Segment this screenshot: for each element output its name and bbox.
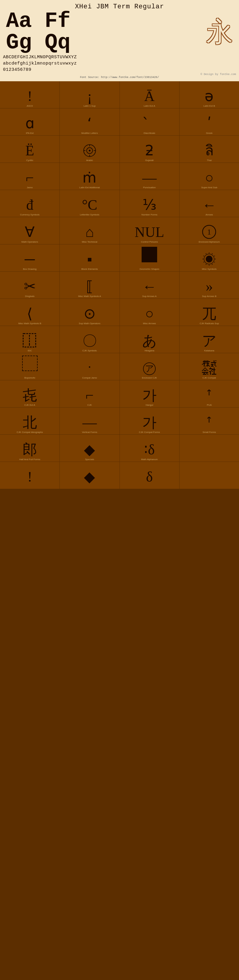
grid-cell-13-2: ∶δMath Alphanum <box>120 435 180 461</box>
grid-row-4: đCurrency Symbols°CLetterlike Symbols⅓Nu… <box>0 190 239 217</box>
unicode-grid: !ASCII¡Latin 1 SupĀLatin Ext AəLatin Ext… <box>0 81 239 489</box>
cell-glyph: ⊙ <box>84 307 96 321</box>
cell-glyph: ⌂ <box>85 225 94 239</box>
cell-glyph: ← <box>202 198 216 212</box>
cell-label: ASCII <box>0 105 59 107</box>
cell-glyph: ◆ <box>84 442 95 457</box>
big-latin-2: Gg Qq <box>6 32 70 54</box>
grid-cell-7-3: »Sup Arrows B <box>180 272 239 299</box>
grid-cell-14-2: δ <box>120 462 180 489</box>
grid-cell-10-3: ㍿CJK Compat <box>180 353 239 380</box>
grid-row-5: ∀Math Operators⌂Misc TechnicalNULControl… <box>0 217 239 244</box>
cell-label: CJK Compat Forms <box>120 431 179 434</box>
grid-cell-0-2: ĀLatin Ext A <box>120 81 180 108</box>
grid-cell-11-0: 㐂CJK Ext A <box>0 380 60 407</box>
grid-cell-5-1: ⌂Misc Technical <box>60 217 120 244</box>
svg-line-22 <box>214 256 215 256</box>
big-chars-display: Aa Ff Gg Qq 永 <box>0 10 239 54</box>
cell-glyph: あ <box>142 334 157 348</box>
cell-glyph: ! <box>27 89 32 103</box>
cell-glyph: ¡ <box>87 89 92 103</box>
grid-cell-13-0: 郎Half And Full Forms <box>0 435 60 461</box>
cell-label: Punctuation <box>120 186 179 189</box>
cell-glyph: ○ <box>205 170 214 185</box>
cell-glyph: » <box>206 279 213 294</box>
svg-line-19 <box>206 253 206 254</box>
cell-glyph: ʹ <box>207 116 211 130</box>
svg-line-12 <box>214 262 215 262</box>
cell-glyph: ㍿ <box>202 361 216 375</box>
grid-cell-6-1: ▪Block Elements <box>60 244 120 271</box>
cell-label: Super And Sub <box>180 186 239 189</box>
cell-glyph: ⌐ <box>26 170 34 185</box>
cell-label: Enclosed Alphanum <box>180 240 239 243</box>
cell-glyph: NUL <box>135 225 164 239</box>
grid-cell-11-3: ꜛPUA <box>180 380 239 407</box>
cell-label: Katakana <box>180 349 239 352</box>
grid-cell-7-1: ⟦Misc Math Symbols A <box>60 272 120 299</box>
cell-glyph: ▪ <box>87 252 92 267</box>
grid-cell-11-2: 가Hangul <box>120 380 180 407</box>
grid-cell-13-1: ◆Specials <box>60 435 120 461</box>
cell-label: Vertical Forms <box>60 431 119 434</box>
grid-cell-2-3: ลิThai <box>180 136 239 162</box>
grid-cell-8-2: ○Misc Arrows <box>120 299 180 326</box>
big-latin-1: Aa Ff <box>6 10 70 32</box>
cell-label: Enclosed CJK <box>120 377 179 379</box>
cell-glyph <box>22 356 38 375</box>
grid-cell-9-2: あHiragana <box>120 326 180 353</box>
cell-label: IPA Ext <box>0 132 59 134</box>
cell-glyph: ⌐ <box>86 388 94 402</box>
cell-glyph: ə <box>205 89 214 103</box>
cell-glyph: ∀ <box>25 225 35 239</box>
cell-glyph: ㆍ <box>83 361 97 375</box>
svg-line-13 <box>212 264 213 265</box>
cell-glyph <box>142 247 157 267</box>
svg-line-21 <box>212 253 213 254</box>
cell-label: Letterlike Symbols <box>60 213 119 216</box>
cell-label: CJK Radicals Sup <box>180 322 239 325</box>
grid-cell-1-0: ɑIPA Ext <box>0 108 60 135</box>
grid-cell-7-2: ←Sup Arrows A <box>120 272 180 299</box>
cell-glyph: °C <box>82 198 97 212</box>
grid-cell-0-3: əLatin Ext B <box>180 81 239 108</box>
cell-glyph: ! <box>27 470 32 484</box>
cell-label: Half And Full Forms <box>0 458 59 461</box>
cell-glyph: ƻ <box>145 143 154 158</box>
grid-cell-1-1: ʻModifier Letters <box>60 108 120 135</box>
grid-cell-4-3: ←Arrows <box>180 190 239 217</box>
grid-cell-8-0: ⟨Misc Math Symbols B <box>0 299 60 326</box>
grid-cell-5-2: NULControl Pictures <box>120 217 180 244</box>
grid-cell-1-2: ̀Diacriticals <box>120 108 180 135</box>
cell-label: Modifier Letters <box>60 132 119 134</box>
font-header: XHei JBM Term Regular Aa Ff Gg Qq 永 ABCD… <box>0 0 239 81</box>
grid-cell-13-3 <box>180 435 239 461</box>
cell-label: Block Elements <box>60 268 119 270</box>
cell-label: Misc Technical <box>60 240 119 243</box>
grid-cell-2-1: Arabic <box>60 136 120 162</box>
cell-label: Specials <box>60 458 119 461</box>
cell-label: Gujarati <box>120 159 179 162</box>
cell-label: Thai <box>180 159 239 162</box>
cell-glyph: ʻ <box>87 116 92 130</box>
grid-cell-2-0: ËCyrillic <box>0 136 60 162</box>
grid-row-1: ɑIPA ExtʻModifier Letters̀DiacriticalsʹG… <box>0 108 239 136</box>
grid-cell-6-0: ─Box Drawing <box>0 244 60 271</box>
cell-glyph <box>83 143 97 158</box>
grid-cell-9-3: アKatakana <box>180 326 239 353</box>
cell-label: Greek <box>180 132 239 134</box>
grid-cell-0-0: !ASCII <box>0 81 60 108</box>
grid-cell-8-3: ⺎CJK Radicals Sup <box>180 299 239 326</box>
cell-label: Misc Arrows <box>120 322 179 325</box>
grid-row-13: 郎Half And Full Forms◆Specials∶δMath Alph… <box>0 435 239 462</box>
digits: 0123456789 <box>0 66 239 72</box>
cell-label: Arrows <box>180 213 239 216</box>
cell-label: Jamo <box>0 186 59 189</box>
cell-glyph: ✂ <box>24 279 36 294</box>
grid-cell-4-1: °CLetterlike Symbols <box>60 190 120 217</box>
svg-point-9 <box>206 256 212 262</box>
cell-label: CJK Ext A <box>0 404 59 406</box>
cell-glyph: δ <box>146 470 153 484</box>
grid-cell-4-0: đCurrency Symbols <box>0 190 60 217</box>
cell-label: Dingbats <box>0 295 59 298</box>
